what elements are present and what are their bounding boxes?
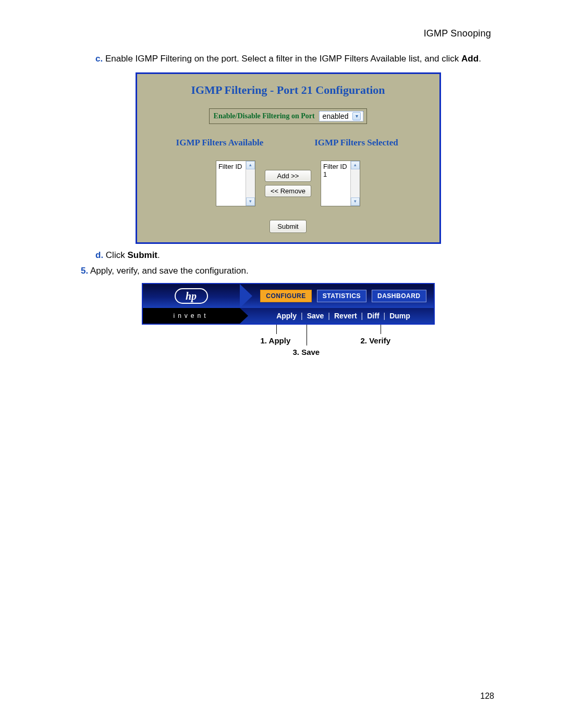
step-5: 5. Apply, verify, and save the configura… <box>81 265 495 277</box>
annotation-save: 3. Save <box>293 348 320 356</box>
tab-configure[interactable]: CONFIGURE <box>260 290 312 302</box>
selected-col-label: Filter ID <box>323 163 348 170</box>
add-button[interactable]: Add >> <box>265 170 311 182</box>
tick-save <box>307 325 307 346</box>
page-number: 128 <box>480 692 494 701</box>
action-dump[interactable]: Dump <box>389 312 410 320</box>
available-col: Filter ID <box>216 161 246 206</box>
tab-dashboard[interactable]: DASHBOARD <box>372 290 426 302</box>
panel-title: IGMP Filtering - Port 21 Configuration <box>137 74 439 108</box>
step-5-marker: 5. <box>81 266 88 276</box>
selected-col: Filter ID 1 <box>321 161 350 206</box>
action-apply[interactable]: Apply <box>276 312 297 320</box>
available-header: IGMP Filters Available <box>152 138 288 148</box>
nav-bar-figure: hp CONFIGURE STATISTICS DASHBOARD invent… <box>142 283 435 357</box>
action-revert[interactable]: Revert <box>334 312 357 320</box>
selected-item-0[interactable]: 1 <box>323 170 348 178</box>
actions-bar: Apply| Save| Revert| Diff| Dump <box>240 308 434 324</box>
tick-apply <box>276 325 277 334</box>
selected-header: IGMP Filters Selected <box>288 138 425 148</box>
scroll-up-icon[interactable]: ▴ <box>351 161 360 169</box>
scroll-down-icon[interactable]: ▾ <box>351 198 360 206</box>
step-d-after: . <box>157 250 160 260</box>
available-listbox[interactable]: Filter ID ▴ ▾ <box>216 161 255 206</box>
section-title: IGMP Snooping <box>81 28 495 39</box>
step-c: c. Enable IGMP Filtering on the port. Se… <box>95 53 495 65</box>
nav-tabs: CONFIGURE STATISTICS DASHBOARD <box>240 284 434 308</box>
submit-button[interactable]: Submit <box>270 220 306 233</box>
step-d-marker: d. <box>95 250 103 260</box>
step-c-after: . <box>479 54 481 64</box>
remove-button[interactable]: << Remove <box>265 185 311 197</box>
selected-listbox[interactable]: Filter ID 1 ▴ ▾ <box>321 161 360 206</box>
step-c-marker: c. <box>95 54 103 64</box>
scroll-down-icon[interactable]: ▾ <box>246 198 255 206</box>
step-c-bold: Add <box>461 54 479 64</box>
available-col-label: Filter ID <box>218 163 243 170</box>
tick-verify <box>381 325 381 334</box>
action-save[interactable]: Save <box>307 312 324 320</box>
step-d-bold: Submit <box>127 250 157 260</box>
enable-filtering-label: Enable/Disable Filtering on Port <box>210 109 318 124</box>
transfer-row: Filter ID ▴ ▾ Add >> << Remove Filter ID… <box>137 161 439 206</box>
step-d: d. Click Submit. <box>95 249 495 262</box>
action-diff[interactable]: Diff <box>367 312 379 320</box>
enable-filtering-value: enabled <box>323 112 349 120</box>
step-c-text: Enable IGMP Filtering on the port. Selec… <box>105 54 461 64</box>
logo-zone: hp <box>143 284 240 308</box>
invent-label: invent <box>143 308 240 324</box>
annotation-apply: 1. Apply <box>261 336 291 345</box>
hp-logo-icon: hp <box>175 288 208 304</box>
annotation-verify: 2. Verify <box>361 336 391 345</box>
scroll-up-icon[interactable]: ▴ <box>246 161 255 169</box>
chevron-down-icon: ▾ <box>352 112 361 120</box>
annotation-row: 1. Apply 2. Verify 3. Save <box>142 325 435 357</box>
step-d-text: Click <box>106 250 128 260</box>
enable-filtering-box: Enable/Disable Filtering on Port enabled… <box>209 108 368 124</box>
available-scrollbar[interactable]: ▴ ▾ <box>246 161 255 206</box>
filter-subheaders: IGMP Filters Available IGMP Filters Sele… <box>137 138 439 148</box>
tab-statistics[interactable]: STATISTICS <box>317 290 366 302</box>
enable-filtering-select[interactable]: enabled ▾ <box>319 111 364 121</box>
step-5-text: Apply, verify, and save the configuratio… <box>90 266 249 276</box>
igmp-filtering-panel: IGMP Filtering - Port 21 Configuration E… <box>136 72 441 244</box>
selected-scrollbar[interactable]: ▴ ▾ <box>350 161 360 206</box>
